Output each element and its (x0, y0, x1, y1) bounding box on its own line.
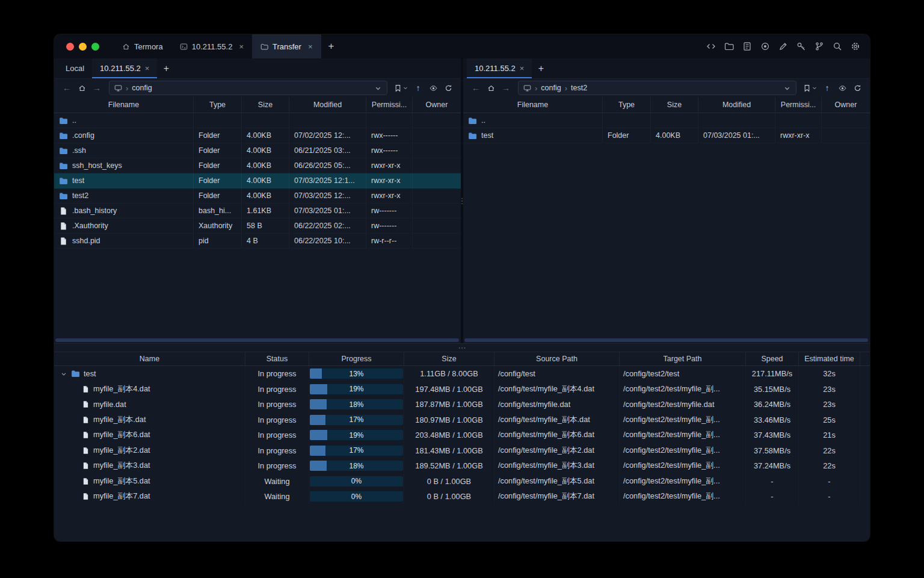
column-header-name[interactable]: Name (54, 352, 245, 365)
path-combobox[interactable]: › config › test2 (518, 81, 796, 95)
file-row[interactable]: .Xauthority Xauthority 58 B 06/22/2025 0… (54, 219, 461, 234)
column-header-target-path[interactable]: Target Path (620, 352, 746, 365)
modified-cell: 07/03/2025 12:... (289, 188, 366, 203)
close-tab-icon[interactable]: × (145, 64, 150, 73)
maximize-window-button[interactable] (91, 43, 99, 51)
file-row[interactable]: .config Folder 4.00KB 07/02/2025 12:... … (54, 128, 461, 143)
size-cell (651, 113, 698, 128)
column-header-size[interactable]: Size (651, 97, 698, 113)
name-cell: myfile_副本2.dat (54, 443, 245, 459)
horizontal-scrollbar[interactable] (55, 338, 459, 342)
refresh-button[interactable] (442, 81, 455, 95)
parent-directory-button[interactable]: ↑ (411, 81, 425, 95)
show-hidden-files-button[interactable] (836, 81, 849, 95)
transfer-row-folder[interactable]: test In progress 13% 1.11GB / 8.00GB /co… (54, 366, 870, 382)
column-header-estimated-time[interactable]: Estimated time (799, 352, 860, 365)
back-button[interactable]: ← (60, 81, 73, 95)
tab-remote-session[interactable]: 10.211.55.2 × (92, 58, 157, 78)
column-header-modified[interactable]: Modified (698, 97, 775, 113)
column-header-type[interactable]: Type (194, 97, 242, 113)
column-header-progress[interactable]: Progress (309, 352, 404, 365)
transfer-splitter[interactable]: ⋯ (54, 343, 870, 352)
file-icon (82, 385, 90, 393)
search-button[interactable] (830, 39, 845, 54)
column-header-size[interactable]: Size (404, 352, 494, 365)
transfer-row[interactable]: myfile_副本3.dat In progress 18% 189.52MB … (54, 458, 870, 474)
file-row[interactable]: .. (463, 113, 870, 128)
owner-cell (413, 234, 461, 248)
transfer-row[interactable]: myfile_副本4.dat In progress 19% 197.48MB … (54, 382, 870, 397)
file-row[interactable]: test2 Folder 4.00KB 07/03/2025 12:... rw… (54, 188, 461, 204)
file-icon (82, 462, 90, 470)
record-button[interactable] (758, 39, 772, 54)
collapse-chevron-icon[interactable] (60, 370, 67, 378)
code-button[interactable] (704, 39, 718, 54)
tab-terminal-session[interactable]: 10.211.55.2 × (171, 34, 252, 58)
forward-button[interactable]: → (90, 81, 103, 95)
key-manager-button[interactable] (794, 39, 808, 54)
tab-termora[interactable]: Termora (114, 34, 171, 58)
refresh-button[interactable] (851, 81, 864, 95)
edit-button[interactable] (776, 39, 790, 54)
close-tab-icon[interactable]: × (520, 64, 525, 73)
home-button[interactable] (75, 81, 88, 95)
transfer-row[interactable]: myfile_副本7.dat Waiting 0% 0 B / 1.00GB /… (54, 489, 870, 505)
modified-cell: 07/03/2025 01:... (289, 204, 366, 218)
column-header-source-path[interactable]: Source Path (494, 352, 620, 365)
forward-button[interactable]: → (499, 81, 513, 95)
column-header-owner[interactable]: Owner (822, 97, 870, 113)
parent-directory-button[interactable]: ↑ (821, 81, 834, 95)
file-row[interactable]: test Folder 4.00KB 07/03/2025 01:... rwx… (463, 128, 870, 143)
file-row-selected[interactable]: test Folder 4.00KB 07/03/2025 12:1... rw… (54, 173, 461, 188)
file-row[interactable]: .ssh Folder 4.00KB 06/21/2025 03:... rwx… (54, 143, 461, 158)
new-panel-tab-button[interactable]: + (157, 58, 175, 78)
bookmarks-button[interactable] (393, 84, 410, 92)
owner-cell (413, 128, 461, 143)
chevron-down-icon[interactable] (374, 84, 382, 92)
transfer-row[interactable]: myfile_副本2.dat In progress 17% 181.43MB … (54, 443, 870, 459)
column-header-size[interactable]: Size (242, 97, 289, 113)
column-header-speed[interactable]: Speed (746, 352, 799, 365)
close-tab-icon[interactable]: × (308, 42, 313, 51)
column-header-filename[interactable]: Filename (463, 97, 603, 113)
tab-local[interactable]: Local (58, 58, 92, 78)
file-name: .ssh (72, 146, 86, 155)
scrollbar-strip (860, 397, 870, 412)
back-button[interactable]: ← (469, 81, 482, 95)
file-row[interactable]: .bash_history bash_hi... 1.61KB 07/03/20… (54, 204, 461, 219)
column-header-permissions[interactable]: Permissi... (775, 97, 822, 113)
show-hidden-files-button[interactable] (427, 81, 440, 95)
tab-remote-session[interactable]: 10.211.55.2 × (467, 58, 532, 78)
tab-transfer[interactable]: Transfer × (252, 34, 321, 58)
path-combobox[interactable]: › config (109, 81, 387, 95)
column-header-owner[interactable]: Owner (413, 97, 461, 113)
close-tab-icon[interactable]: × (239, 42, 244, 51)
horizontal-scrollbar[interactable] (464, 338, 868, 342)
transfer-row[interactable]: myfile_副本5.dat Waiting 0% 0 B / 1.00GB /… (54, 474, 870, 489)
column-header-modified[interactable]: Modified (289, 97, 366, 113)
branch-button[interactable] (812, 39, 827, 54)
file-row[interactable]: .. (54, 113, 461, 128)
eta-cell: 25s (799, 412, 860, 428)
minimize-window-button[interactable] (79, 43, 87, 51)
transfer-row[interactable]: myfile_副本.dat In progress 17% 180.97MB /… (54, 412, 870, 428)
transfer-row[interactable]: myfile_副本6.dat In progress 19% 203.48MB … (54, 427, 870, 443)
home-button[interactable] (484, 81, 497, 95)
log-button[interactable] (740, 39, 754, 54)
file-manager-button[interactable] (722, 39, 736, 54)
transfer-row[interactable]: myfile.dat In progress 18% 187.87MB / 1.… (54, 397, 870, 412)
chevron-down-icon[interactable] (783, 84, 791, 92)
column-header-type[interactable]: Type (603, 97, 651, 113)
column-header-permissions[interactable]: Permissi... (366, 97, 413, 113)
file-row[interactable]: ssh_host_keys Folder 4.00KB 06/26/2025 0… (54, 158, 461, 173)
close-window-button[interactable] (66, 43, 74, 51)
new-tab-button[interactable]: + (321, 34, 342, 58)
column-header-status[interactable]: Status (245, 352, 309, 365)
tab-label: Termora (134, 42, 163, 51)
new-panel-tab-button[interactable]: + (532, 58, 550, 78)
left-navigation-bar: ← → › config ↑ (54, 79, 461, 97)
file-row[interactable]: sshd.pid pid 4 B 06/22/2025 10:... rw-r-… (54, 234, 461, 249)
settings-button[interactable] (848, 39, 863, 54)
column-header-filename[interactable]: Filename (54, 97, 194, 113)
bookmarks-button[interactable] (802, 84, 819, 92)
